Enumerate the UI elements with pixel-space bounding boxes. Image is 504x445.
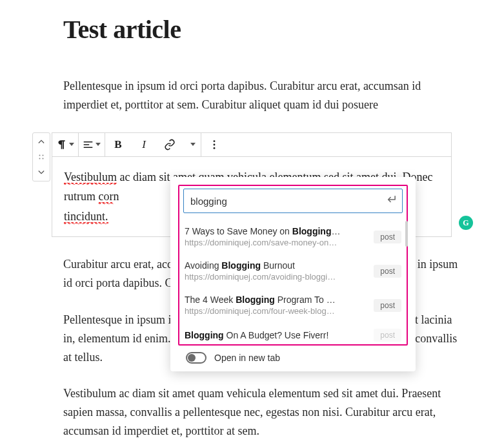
link-result-url: https://dominiquej.com/four-week-blog… [185, 306, 367, 316]
link-icon [164, 139, 176, 150]
open-new-tab-row: Open in new tab [178, 346, 408, 371]
block-type-button[interactable] [52, 133, 78, 156]
svg-point-4 [214, 140, 216, 142]
link-result[interactable]: Avoiding Blogging Burnout https://domini… [183, 254, 403, 288]
svg-point-5 [214, 143, 216, 145]
submit-link-icon[interactable] [385, 195, 397, 207]
svg-point-1 [43, 154, 44, 156]
spell-error[interactable]: Vestibulum [64, 171, 117, 184]
link-button[interactable] [157, 133, 183, 156]
open-new-tab-toggle[interactable] [186, 352, 207, 364]
more-rich-text-button[interactable] [183, 133, 201, 156]
drag-handle[interactable] [34, 151, 48, 163]
results-scrollbar[interactable] [405, 221, 408, 247]
paragraph-1[interactable]: Pellentesque in ipsum id orci porta dapi… [63, 77, 463, 114]
page-title[interactable]: Test article [63, 14, 463, 45]
link-result[interactable]: 7 Ways to Save Money on Blogging… https:… [183, 220, 403, 254]
spell-error[interactable]: tincidunt. [64, 210, 108, 223]
block-toolbar: B I [52, 132, 452, 157]
paragraph-5[interactable]: Vestibulum ac diam sit amet quam vehicul… [63, 384, 463, 440]
more-icon [208, 139, 220, 150]
svg-point-6 [214, 147, 216, 149]
paragraph-icon [56, 139, 67, 150]
svg-point-2 [39, 158, 41, 159]
link-result-url: https://dominiquej.com/save-money-on… [185, 238, 367, 247]
link-result[interactable]: The 4 Week Blogging Program To … https:/… [183, 288, 403, 322]
link-search-input[interactable] [189, 195, 385, 207]
post-type-badge: post [374, 299, 401, 312]
svg-point-0 [39, 154, 41, 156]
post-type-badge: post [374, 231, 401, 243]
bold-button[interactable]: B [105, 133, 131, 156]
link-result[interactable]: Blogging On A Budget? Use Fiverr! post [183, 322, 403, 343]
grammarly-badge[interactable]: G [459, 216, 473, 230]
italic-button[interactable]: I [131, 133, 157, 156]
link-popover: 7 Ways to Save Money on Blogging… https:… [170, 177, 416, 371]
link-result-url: https://dominiquej.com/avoiding-bloggi… [185, 272, 367, 282]
move-down-button[interactable] [34, 167, 48, 178]
move-up-button[interactable] [34, 136, 48, 147]
align-left-icon [83, 139, 94, 150]
svg-point-3 [43, 158, 44, 159]
align-button[interactable] [79, 133, 105, 156]
post-type-badge: post [374, 329, 401, 342]
post-type-badge: post [374, 265, 401, 278]
link-results-list: 7 Ways to Save Money on Blogging… https:… [179, 220, 407, 343]
more-options-button[interactable] [201, 133, 227, 156]
link-popover-highlight: 7 Ways to Save Money on Blogging… https:… [178, 185, 408, 346]
block-mover [32, 132, 50, 181]
grammarly-icon: G [463, 216, 469, 229]
link-search-row [183, 189, 403, 213]
spell-error[interactable]: cor [99, 190, 114, 203]
open-new-tab-label: Open in new tab [214, 353, 280, 363]
